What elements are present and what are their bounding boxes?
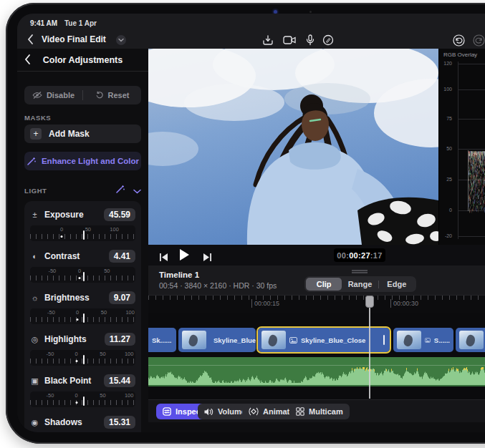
timeline-meta: 00:54 · 3840 × 2160 · HDR · 30 fps xyxy=(159,281,277,290)
transport-bar: 00:00:27:17 xyxy=(148,245,485,266)
contrast-row: ◐ Contrast 4.41 -50 0 50 xyxy=(30,248,135,283)
mode-clip[interactable]: Clip xyxy=(306,278,342,291)
half-circle-icon: ◐ xyxy=(30,252,39,260)
slider-label: Exposure xyxy=(44,210,99,220)
timeline-tracks: Sk...... Skyline_Blue_Wide Skyline_Blue_… xyxy=(148,313,485,399)
skip-back-icon[interactable] xyxy=(160,251,168,264)
timecode-display[interactable]: 00:00:27:17 xyxy=(334,248,385,262)
app-toolbar: Video Final Edit xyxy=(17,32,485,49)
screen-footer xyxy=(148,422,485,432)
inspector-icon xyxy=(163,407,171,416)
disable-reset-group: Disable Reset xyxy=(24,86,141,104)
play-button[interactable] xyxy=(179,249,189,263)
sun-icon: ☼ xyxy=(30,293,39,302)
mode-range[interactable]: Range xyxy=(342,278,378,291)
panel-title: Color Adjustments xyxy=(43,55,123,65)
highlights-slider[interactable]: -50 0 50 100 xyxy=(30,350,135,366)
slider-label: Black Point xyxy=(44,376,99,386)
clip-s-partial[interactable]: S...... xyxy=(393,328,453,352)
playhead-handle[interactable] xyxy=(365,296,374,308)
sensor-dot xyxy=(309,11,312,13)
back-icon[interactable] xyxy=(27,34,34,44)
eye-slash-icon xyxy=(32,92,42,99)
reset-icon xyxy=(95,91,104,99)
slider-label: Contrast xyxy=(44,251,104,261)
light-section-header: LIGHT xyxy=(24,184,141,197)
timeline-name: Timeline 1 xyxy=(159,271,199,279)
ruler-label: 00:00:30 xyxy=(390,299,418,308)
scope-axis-line xyxy=(458,62,458,239)
panel-back-icon[interactable] xyxy=(24,54,31,67)
video-frame-image xyxy=(148,49,438,245)
video-preview[interactable] xyxy=(148,49,438,245)
clip-thumbnail xyxy=(459,331,484,349)
light-adjustments-card: ± Exposure 45.59 0 50 100 xyxy=(24,201,141,432)
axis-tick: 25 xyxy=(439,177,452,182)
speaker-icon xyxy=(204,408,213,416)
plus-icon: + xyxy=(30,128,42,140)
brightness-slider[interactable]: -50 0 50 100 xyxy=(30,308,135,324)
slider-label: Brightness xyxy=(44,293,104,303)
edit-mode-segmented-control: Clip Range Edge xyxy=(304,276,416,292)
reset-button[interactable]: Reset xyxy=(83,91,141,99)
clip-skyline-partial[interactable]: Sk...... xyxy=(148,328,176,352)
clock-time: 9:41 AM xyxy=(30,19,57,27)
media-row: RGB Overlay 120 100 75 50 25 xyxy=(148,49,485,245)
bottom-toolbar: Inspect Volume Animate Multicam xyxy=(148,399,485,422)
project-title[interactable]: Video Final Edit xyxy=(42,34,106,44)
ruler-ticks xyxy=(148,296,485,300)
black-point-slider[interactable]: -50 0 50 100 xyxy=(30,391,135,407)
light-wand-icon[interactable] xyxy=(115,184,125,197)
axis-tick: 75 xyxy=(439,116,452,121)
shadows-row: ◉ Shadows 15.31 -50 0 50 100 xyxy=(30,414,135,432)
photo-icon xyxy=(425,337,431,344)
black-point-value-box[interactable]: 15.44 xyxy=(104,374,135,387)
contrast-value-box[interactable]: 4.41 xyxy=(109,250,135,263)
mode-edge[interactable]: Edge xyxy=(379,278,415,291)
exposure-value-box[interactable]: 45.59 xyxy=(104,208,135,221)
disable-button[interactable]: Disable xyxy=(24,91,82,99)
playhead-line xyxy=(369,301,370,399)
multicam-button[interactable]: Multicam xyxy=(289,404,350,419)
target-icon: ◉ xyxy=(30,418,39,427)
microphone-icon[interactable] xyxy=(303,33,317,47)
highlights-value-box[interactable]: 11.27 xyxy=(105,333,135,346)
import-button[interactable] xyxy=(261,33,275,47)
axis-tick: 0 xyxy=(439,208,452,213)
ipad-device-frame: 9:41 AM Tue 1 Apr Video Final Edit xyxy=(6,3,485,444)
black-point-row: ▣ Black Point 15.44 -50 0 50 100 xyxy=(30,373,135,407)
timeline-header: Timeline 1 00:54 · 3840 × 2160 · HDR · 3… xyxy=(148,266,485,295)
square-dot-icon: ▣ xyxy=(30,376,39,386)
contrast-slider[interactable]: -50 0 50 xyxy=(30,267,135,283)
skip-forward-icon[interactable] xyxy=(203,251,211,264)
ruler-label: 00:00:15 xyxy=(251,299,279,308)
brightness-value-box[interactable]: 9.07 xyxy=(109,291,135,304)
enhance-light-color-button[interactable]: Enhance Light and Color xyxy=(24,152,141,170)
slider-label: Highlights xyxy=(44,334,100,344)
timeline-ruler[interactable]: 00:00:15 00:00:30 xyxy=(148,295,485,313)
axis-tick: -20 xyxy=(439,233,452,238)
color-adjustments-panel: Color Adjustments Disable Reset xyxy=(17,49,148,432)
camera-icon[interactable] xyxy=(282,33,297,47)
project-menu-button[interactable] xyxy=(116,35,126,45)
clip-thumbnail xyxy=(397,331,421,349)
clip-cropped[interactable] xyxy=(456,328,485,352)
collapse-chevron-icon[interactable] xyxy=(133,184,141,197)
app-screen: 9:41 AM Tue 1 Apr Video Final Edit xyxy=(17,14,485,432)
exposure-row: ± Exposure 45.59 0 50 100 xyxy=(30,207,135,241)
audio-clip-waveform[interactable] xyxy=(148,356,485,386)
clip-skyline-blue-wide[interactable]: Skyline_Blue_Wide xyxy=(178,328,256,352)
undo-icon[interactable] xyxy=(451,33,466,47)
light-section-label: LIGHT xyxy=(24,187,47,195)
exposure-slider[interactable]: 0 50 100 xyxy=(30,225,135,241)
keyframe-icon xyxy=(249,407,259,416)
shadows-value-box[interactable]: 15.31 xyxy=(104,416,135,429)
redo-icon[interactable] xyxy=(471,33,485,47)
trim-grip[interactable] xyxy=(383,335,385,345)
timeline-drag-handle[interactable] xyxy=(352,270,368,273)
slider-label: Shadows xyxy=(44,417,99,427)
add-mask-button[interactable]: + Add Mask xyxy=(24,125,141,143)
axis-tick: 100 xyxy=(439,87,452,92)
pencil-tool-icon[interactable] xyxy=(321,33,335,47)
highlights-row: ◎ Highlights 11.27 -50 0 50 100 xyxy=(30,331,135,366)
